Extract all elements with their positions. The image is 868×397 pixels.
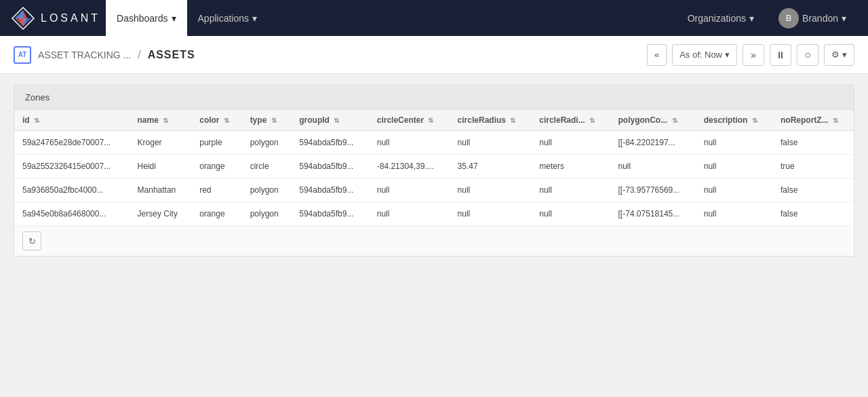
cell-circleCenter: null: [369, 131, 450, 155]
cell-type: polygon: [242, 202, 292, 226]
cell-noReportZ: false: [772, 131, 854, 155]
col-polygonco[interactable]: polygonCo... ⇅: [610, 110, 696, 131]
avatar: B: [778, 8, 799, 29]
cell-name: Heidi: [130, 155, 192, 178]
toolbar-right: « As of: Now ▾ » ⏸ ○ ⚙ ▾: [647, 44, 854, 66]
col-id[interactable]: id ⇅: [14, 110, 130, 131]
cell-circleRadius: null: [450, 131, 532, 155]
col-circleradius[interactable]: circleRadius ⇅: [450, 110, 532, 131]
sort-icon-type: ⇅: [271, 117, 277, 124]
sort-icon-name: ⇅: [163, 117, 168, 124]
cell-name: Jersey City: [130, 202, 192, 226]
breadcrumb-separator: /: [138, 49, 140, 61]
logo-text: LOSANT: [41, 12, 100, 24]
sort-icon-polygonco: ⇅: [672, 117, 677, 124]
col-groupid[interactable]: groupId ⇅: [291, 110, 368, 131]
cell-id: 59a24765e28de70007...: [14, 131, 130, 155]
pause-button[interactable]: ⏸: [770, 44, 791, 66]
cell-polygonCo: [[-73.95776569...: [610, 178, 696, 202]
logo: LOSANT: [11, 6, 100, 31]
organizations-nav[interactable]: Organizations ▾: [677, 0, 765, 36]
col-type[interactable]: type ⇅: [242, 110, 292, 131]
sort-icon-circleradius: ⇅: [510, 117, 515, 124]
cell-circleRadius: null: [450, 202, 532, 226]
cell-noReportZ: false: [772, 178, 854, 202]
settings-button[interactable]: ⚙ ▾: [824, 44, 854, 66]
back-button[interactable]: «: [647, 44, 667, 66]
cell-id: 59a2552326415e0007...: [14, 155, 130, 178]
cell-noReportZ: true: [772, 155, 854, 178]
table-body: 59a24765e28de70007...Krogerpurplepolygon…: [14, 131, 854, 226]
table-header: id ⇅ name ⇅ color ⇅ type ⇅ groupId ⇅ cir…: [14, 110, 854, 131]
table-refresh-button[interactable]: ↻: [22, 231, 41, 250]
dashboards-nav[interactable]: Dashboards ▾: [106, 0, 187, 36]
sort-icon-description: ⇅: [752, 117, 757, 124]
section-header: Zones: [14, 86, 854, 110]
table-row: 59a24765e28de70007...Krogerpurplepolygon…: [14, 131, 854, 155]
cell-circleRadi: null: [531, 178, 610, 202]
cell-circleCenter: -84.21304,39....: [369, 155, 450, 178]
forward-button[interactable]: »: [743, 44, 764, 66]
col-color[interactable]: color ⇅: [191, 110, 241, 131]
cell-color: orange: [191, 155, 241, 178]
table-row: 5a945e0b8a6468000...Jersey Cityorangepol…: [14, 202, 854, 226]
cell-id: 5a945e0b8a6468000...: [14, 202, 130, 226]
header-row: id ⇅ name ⇅ color ⇅ type ⇅ groupId ⇅ cir…: [14, 110, 854, 131]
cell-type: circle: [242, 155, 292, 178]
col-description[interactable]: description ⇅: [696, 110, 772, 131]
cell-description: null: [696, 131, 772, 155]
data-table: id ⇅ name ⇅ color ⇅ type ⇅ groupId ⇅ cir…: [14, 110, 854, 225]
cell-polygonCo: null: [610, 155, 696, 178]
cell-circleRadi: meters: [531, 155, 610, 178]
cell-name: Kroger: [130, 131, 192, 155]
user-menu[interactable]: B Brandon ▾: [768, 0, 857, 36]
nav-right: Organizations ▾ B Brandon ▾: [677, 0, 857, 36]
cell-polygonCo: [[-84.2202197...: [610, 131, 696, 155]
cell-id: 5a936850a2fbc4000...: [14, 178, 130, 202]
sort-icon-color: ⇅: [224, 117, 229, 124]
sort-icon-groupid: ⇅: [334, 117, 339, 124]
cell-color: orange: [191, 202, 241, 226]
cell-type: polygon: [242, 178, 292, 202]
navbar: LOSANT Dashboards ▾ Applications ▾ Organ…: [0, 0, 868, 36]
table-row: 59a2552326415e0007...Heidiorangecircle59…: [14, 155, 854, 178]
cell-groupId: 594abda5fb9...: [291, 178, 368, 202]
cell-color: purple: [191, 131, 241, 155]
col-name[interactable]: name ⇅: [130, 110, 192, 131]
col-noreportz[interactable]: noReportZ... ⇅: [772, 110, 854, 131]
logo-icon: [11, 6, 35, 31]
table-footer: ↻: [14, 225, 854, 256]
cell-description: null: [696, 202, 772, 226]
refresh-icon: ↻: [28, 236, 36, 246]
cell-color: red: [191, 178, 241, 202]
cell-circleRadius: null: [450, 178, 532, 202]
cell-groupId: 594abda5fb9...: [291, 131, 368, 155]
applications-nav[interactable]: Applications ▾: [187, 0, 269, 36]
cell-noReportZ: false: [772, 202, 854, 226]
asof-button[interactable]: As of: Now ▾: [672, 44, 737, 66]
col-circlecenter[interactable]: circleCenter ⇅: [369, 110, 450, 131]
sort-icon-noreportz: ⇅: [833, 117, 838, 124]
cell-groupId: 594abda5fb9...: [291, 202, 368, 226]
cell-circleCenter: null: [369, 178, 450, 202]
cell-circleCenter: null: [369, 202, 450, 226]
cell-circleRadius: 35.47: [450, 155, 532, 178]
breadcrumb-app[interactable]: ASSET TRACKING ...: [38, 50, 131, 60]
sort-icon-circleradi: ⇅: [589, 117, 595, 124]
table-panel: Zones id ⇅ name ⇅ color ⇅ type ⇅ groupId…: [14, 85, 854, 257]
cell-circleRadi: null: [531, 131, 610, 155]
cell-circleRadi: null: [531, 202, 610, 226]
cell-name: Manhattan: [130, 178, 192, 202]
breadcrumb-current: ASSETS: [148, 49, 195, 61]
cell-type: polygon: [242, 131, 292, 155]
col-circleradi[interactable]: circleRadi... ⇅: [531, 110, 610, 131]
cell-groupId: 594abda5fb9...: [291, 155, 368, 178]
reload-button[interactable]: ○: [797, 44, 818, 66]
main-content: Zones id ⇅ name ⇅ color ⇅ type ⇅ groupId…: [0, 74, 868, 267]
cell-polygonCo: [[-74.07518145...: [610, 202, 696, 226]
cell-description: null: [696, 178, 772, 202]
breadcrumb-bar: AT ASSET TRACKING ... / ASSETS « As of: …: [0, 36, 868, 74]
cell-description: null: [696, 155, 772, 178]
table-row: 5a936850a2fbc4000...Manhattanredpolygon5…: [14, 178, 854, 202]
app-icon-badge: AT: [14, 46, 31, 64]
